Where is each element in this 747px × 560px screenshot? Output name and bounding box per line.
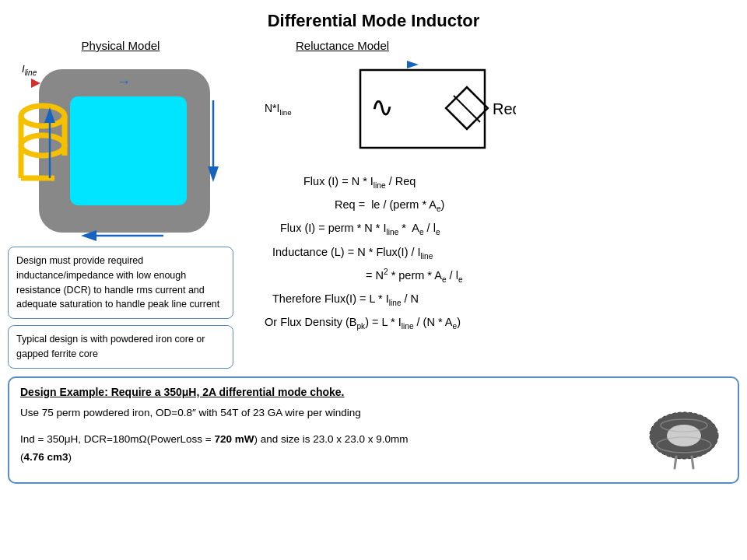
formulas-section: Flux (I) = N * Iline / Req Req = le / (p… (249, 170, 739, 334)
blue-arrow-bottom-icon (78, 229, 171, 243)
page-title: Differential Mode Inductor (0, 0, 747, 39)
red-arrow-icon (16, 75, 40, 91)
inductor-diagram: Iline (16, 61, 226, 240)
svg-line-22 (692, 457, 693, 468)
formula-3: Flux (I) = perm * N * Iline * Ae / le (257, 217, 739, 240)
info-box-design-requirement: Design must provide required inductance/… (8, 247, 233, 319)
circuit-diagram: ∿ Req (298, 58, 516, 159)
ni-label: N*Iline (265, 102, 292, 117)
power-loss-value: 720 mW (214, 433, 254, 445)
core-inner (70, 96, 187, 205)
physical-model-label: Physical Model (8, 39, 233, 52)
formula-6: Therefore Flux(I) = L * Iline / N (257, 288, 739, 311)
design-example-content: Use 75 perm powdered iron, OD=0.8″ with … (20, 404, 727, 474)
design-example-title: Design Example: Require a 350μH, 2A diff… (20, 386, 727, 398)
right-panel: Reluctance Model N*Iline ∿ Req (241, 39, 739, 369)
left-panel: Physical Model Iline (8, 39, 233, 369)
svg-marker-12 (384, 61, 419, 68)
design-line2: Ind = 350μH, DCR=180mΩ(PowerLoss = 720 m… (20, 431, 633, 467)
design-text: Use 75 perm powdered iron, OD=0.8″ with … (20, 404, 633, 474)
reluctance-label: Reluctance Model (249, 39, 739, 52)
formula-2: Req = le / (perm * Ae) (257, 194, 739, 217)
svg-text:∿: ∿ (370, 91, 394, 123)
toroid-image (645, 406, 723, 472)
blue-arrow-left-icon (43, 104, 57, 182)
svg-marker-11 (44, 107, 55, 123)
formula-1: Flux (I) = N * Iline / Req (257, 170, 739, 194)
formula-4: Inductance (L) = N * Flux(I) / Iline (257, 241, 739, 264)
formula-5: = N2 * perm * Ae / le (257, 264, 739, 288)
reluctance-diagram: N*Iline ∿ Req (249, 58, 739, 159)
svg-marker-9 (81, 230, 96, 241)
info-box-typical-design: Typical design is with powdered iron cor… (8, 325, 233, 369)
volume-value: 4.76 cm3 (24, 451, 68, 463)
svg-line-21 (675, 457, 676, 468)
inductor-photo (641, 404, 727, 474)
svg-marker-7 (208, 166, 219, 182)
iline-label: Iline (22, 63, 37, 77)
svg-text:Req: Req (493, 100, 516, 117)
svg-point-19 (667, 425, 701, 446)
svg-line-16 (454, 96, 480, 122)
blue-arrow-top-icon: → (117, 74, 131, 90)
blue-arrow-right-icon (206, 100, 220, 186)
svg-marker-0 (16, 79, 40, 88)
design-example-box: Design Example: Require a 350μH, 2A diff… (8, 376, 739, 484)
formula-7: Or Flux Density (Bpk) = L * Iline / (N *… (257, 311, 739, 334)
design-line1: Use 75 perm powdered iron, OD=0.8″ with … (20, 404, 633, 422)
